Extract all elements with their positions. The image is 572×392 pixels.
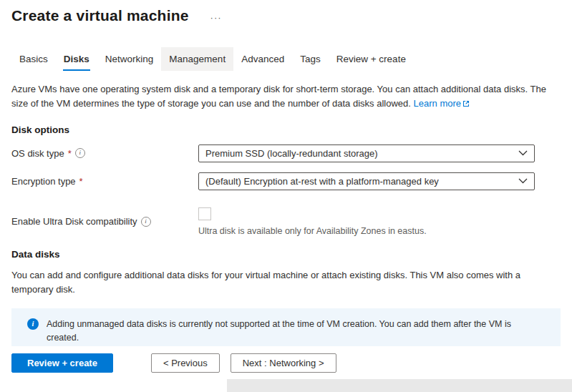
tab-networking[interactable]: Networking <box>97 47 162 71</box>
window-bottom-edge-gray <box>227 379 572 392</box>
ultra-disk-label-group: Enable Ultra Disk compatibility i <box>11 216 198 227</box>
os-disk-type-row: OS disk type * i Premium SSD (locally-re… <box>11 144 561 162</box>
previous-button[interactable]: < Previous <box>151 353 220 373</box>
ultra-disk-row: Enable Ultra Disk compatibility i Ultra … <box>11 207 561 236</box>
next-networking-button[interactable]: Next : Networking > <box>231 353 336 373</box>
intro-paragraph: Azure VMs have one operating system disk… <box>11 82 560 112</box>
tab-review-create[interactable]: Review + create <box>329 47 414 71</box>
ultra-disk-control: Ultra disk is available only for Availab… <box>198 207 535 236</box>
os-disk-type-label: OS disk type <box>11 148 64 159</box>
encryption-type-label-group: Encryption type * <box>11 176 198 187</box>
learn-more-label: Learn more <box>414 98 461 109</box>
tab-disks[interactable]: Disks <box>56 47 97 71</box>
ultra-disk-checkbox[interactable] <box>198 207 211 220</box>
tab-management[interactable]: Management <box>161 47 233 71</box>
review-create-button[interactable]: Review + create <box>11 353 113 373</box>
chevron-down-icon <box>518 178 528 184</box>
encryption-type-row: Encryption type * (Default) Encryption a… <box>11 172 561 190</box>
disk-options-heading: Disk options <box>11 124 561 135</box>
window-bottom-edge <box>0 379 572 392</box>
os-disk-type-label-group: OS disk type * i <box>11 148 198 159</box>
chevron-down-icon <box>518 150 528 156</box>
create-vm-page: Create a virtual machine ··· Basics Disk… <box>0 0 572 392</box>
tab-advanced[interactable]: Advanced <box>233 47 292 71</box>
ultra-disk-label: Enable Ultra Disk compatibility <box>11 216 137 227</box>
data-disks-heading: Data disks <box>11 249 561 260</box>
footer-action-bar: Review + create < Previous Next : Networ… <box>0 346 572 379</box>
tab-basics[interactable]: Basics <box>11 47 56 71</box>
encryption-type-label: Encryption type <box>11 176 76 187</box>
os-disk-type-value: Premium SSD (locally-redundant storage) <box>205 148 378 159</box>
required-asterisk: * <box>79 176 83 187</box>
info-banner-text: Adding unmanaged data disks is currently… <box>47 318 541 346</box>
external-link-icon <box>462 99 470 109</box>
info-icon[interactable]: i <box>141 217 151 227</box>
page-title: Create a virtual machine <box>11 7 189 24</box>
info-icon[interactable]: i <box>75 148 85 158</box>
encryption-type-dropdown[interactable]: (Default) Encryption at-rest with a plat… <box>198 172 535 190</box>
tab-tags[interactable]: Tags <box>292 47 329 71</box>
more-options-icon[interactable]: ··· <box>210 12 222 23</box>
required-asterisk: * <box>68 148 72 159</box>
page-header: Create a virtual machine ··· <box>0 0 572 24</box>
info-filled-icon: i <box>27 318 39 330</box>
data-disks-description: You can add and configure additional dat… <box>11 268 560 297</box>
encryption-type-value: (Default) Encryption at-rest with a plat… <box>205 176 439 187</box>
learn-more-link[interactable]: Learn more <box>414 98 470 109</box>
os-disk-type-dropdown[interactable]: Premium SSD (locally-redundant storage) <box>198 144 535 162</box>
ultra-disk-helper-text: Ultra disk is available only for Availab… <box>198 226 535 236</box>
tab-bar: Basics Disks Networking Management Advan… <box>11 47 561 71</box>
